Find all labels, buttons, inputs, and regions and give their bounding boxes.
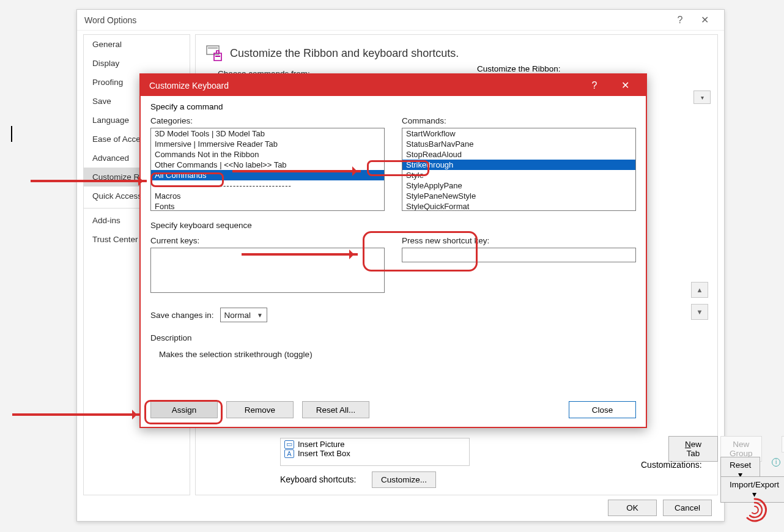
close-icon[interactable]: ✕ xyxy=(692,14,717,26)
customizations-label: Customizations: xyxy=(641,460,702,470)
move-down-button[interactable]: ▼ xyxy=(691,304,708,320)
info-icon[interactable]: i xyxy=(772,458,780,467)
new-shortcut-input[interactable] xyxy=(402,248,636,262)
brand-logo xyxy=(741,497,768,523)
assign-button[interactable]: Assign xyxy=(150,401,218,418)
annotation-arrow-1 xyxy=(31,180,147,182)
save-changes-in-combo[interactable]: Normal ▼ xyxy=(220,308,267,322)
press-new-shortcut-label: Press new shortcut key: xyxy=(402,236,636,245)
new-tab-button[interactable]: New Tab xyxy=(668,436,718,462)
save-changes-in-value: Normal xyxy=(224,311,251,320)
ribbon-icon xyxy=(205,45,224,62)
ck-titlebar: Customize Keyboard ? ✕ xyxy=(141,75,646,96)
move-up-button[interactable]: ▲ xyxy=(691,282,708,298)
categories-listbox[interactable]: 3D Model Tools | 3D Model Tab Immersive … xyxy=(150,128,385,211)
cancel-button[interactable]: Cancel xyxy=(663,500,712,516)
command-option[interactable]: StyleQuickFormat xyxy=(402,201,635,211)
category-option[interactable]: Immersive | Immersive Reader Tab xyxy=(151,139,384,149)
chevron-down-icon: ▼ xyxy=(257,312,263,319)
svg-rect-2 xyxy=(215,56,220,57)
command-option[interactable]: StopReadAloud xyxy=(402,149,635,160)
category-option[interactable]: Fonts xyxy=(151,201,384,211)
remove-button[interactable]: Remove xyxy=(226,401,294,418)
commands-label: Commands: xyxy=(402,116,636,125)
annotation-arrow-3 xyxy=(242,253,358,256)
command-option-selected[interactable]: Strikethrough xyxy=(402,160,635,170)
list-item: Insert Text Box xyxy=(298,449,350,458)
keyboard-shortcuts-label: Keyboard shortcuts: xyxy=(280,475,357,484)
customize-keyboard-dialog: Customize Keyboard ? ✕ Specify a command… xyxy=(139,73,647,428)
category-option[interactable]: Commands Not in the Ribbon xyxy=(151,149,384,160)
options-heading: Customize the Ribbon and keyboard shortc… xyxy=(230,47,459,60)
ck-title-text: Customize Keyboard xyxy=(149,81,229,91)
command-option[interactable]: StatusBarNavPane xyxy=(402,139,635,149)
text-cursor xyxy=(11,126,12,142)
annotation-arrow-2 xyxy=(232,170,361,172)
category-option: ----------------------------------------… xyxy=(151,180,384,191)
customize-shortcuts-button[interactable]: Customize... xyxy=(372,471,436,488)
textbox-icon: A xyxy=(284,449,294,458)
command-option[interactable]: Style xyxy=(402,170,635,180)
specify-command-label: Specify a command xyxy=(150,102,636,111)
command-option[interactable]: StartWorkflow xyxy=(402,128,635,139)
close-icon[interactable]: ✕ xyxy=(613,79,637,91)
category-option[interactable]: Other Commands | <<No label>> Tab xyxy=(151,160,384,170)
help-icon[interactable]: ? xyxy=(582,80,607,91)
command-option[interactable]: StylePaneNewStyle xyxy=(402,191,635,201)
customize-ribbon-label: Customize the Ribbon: xyxy=(477,64,561,73)
word-options-title: Word Options xyxy=(84,15,136,25)
nav-display[interactable]: Display xyxy=(84,54,190,73)
commands-listbox[interactable]: StartWorkflow StatusBarNavPane StopReadA… xyxy=(402,128,636,211)
list-item: Insert Picture xyxy=(298,440,345,449)
ribbon-dropdown-chevron[interactable]: ▾ xyxy=(693,91,711,104)
specify-sequence-label: Specify keyboard sequence xyxy=(150,221,636,230)
rename-button[interactable]: Rename... xyxy=(782,436,784,453)
description-text: Makes the selection strikethrough (toggl… xyxy=(150,346,636,359)
description-label: Description xyxy=(150,333,636,342)
nav-general[interactable]: General xyxy=(84,35,190,54)
commands-list-snippet[interactable]: ▭Insert Picture AInsert Text Box xyxy=(280,438,470,466)
category-option[interactable]: Macros xyxy=(151,191,384,201)
help-icon[interactable]: ? xyxy=(668,15,692,26)
command-option[interactable]: StyleApplyPane xyxy=(402,180,635,191)
svg-rect-1 xyxy=(208,47,218,49)
ok-button[interactable]: OK xyxy=(608,500,657,516)
categories-label: Categories: xyxy=(150,116,385,125)
category-option[interactable]: 3D Model Tools | 3D Model Tab xyxy=(151,128,384,139)
close-button[interactable]: Close xyxy=(569,401,636,418)
save-changes-in-label: Save changes in: xyxy=(150,311,214,320)
picture-icon: ▭ xyxy=(284,440,294,449)
word-options-titlebar: Word Options ? ✕ xyxy=(77,10,724,31)
current-keys-label: Current keys: xyxy=(150,236,385,245)
reset-all-button[interactable]: Reset All... xyxy=(302,401,369,418)
annotation-arrow-4 xyxy=(12,413,141,416)
